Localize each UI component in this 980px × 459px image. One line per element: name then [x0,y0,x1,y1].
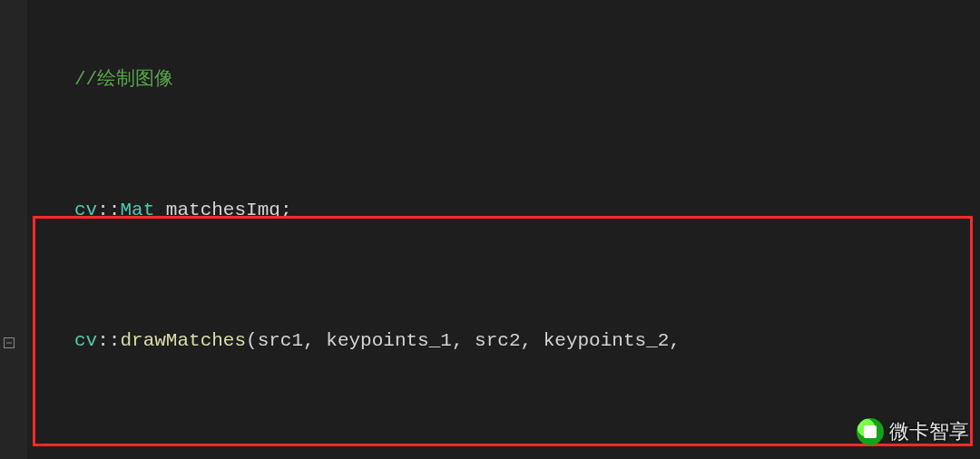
collapse-icon[interactable] [4,337,15,348]
watermark: 微卡智享 [857,415,969,448]
code-line: //绘制图像 [27,63,900,96]
watermark-text: 微卡智享 [889,415,969,448]
code-line: cv::drawMatches(src1, keypoints_1, src2,… [27,325,900,357]
code-editor[interactable]: //绘制图像 cv::Mat matchesImg; cv::drawMatch… [0,0,980,459]
code-area[interactable]: //绘制图像 cv::Mat matchesImg; cv::drawMatch… [27,0,900,459]
code-line: cv::Mat matchesImg; [27,194,900,227]
code-line: goodMatches, matchesImg, cv::Scalar::all… [27,455,900,459]
gutter [0,0,27,459]
wechat-icon [857,418,884,445]
